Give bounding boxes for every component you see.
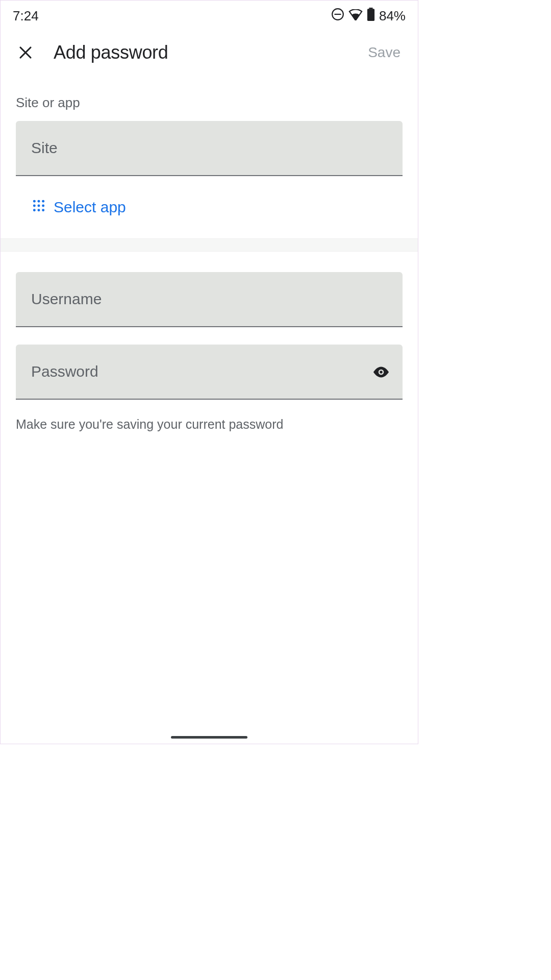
credentials-section: Make sure you're saving your current pas… bbox=[1, 252, 418, 432]
password-input[interactable] bbox=[16, 345, 403, 400]
app-bar: Add password Save bbox=[1, 29, 418, 81]
status-right: 84% bbox=[331, 8, 406, 24]
save-button[interactable]: Save bbox=[368, 44, 404, 61]
status-bar: 7:24 84% bbox=[1, 1, 418, 29]
toggle-password-visibility-button[interactable] bbox=[371, 362, 391, 382]
dnd-icon bbox=[331, 8, 344, 24]
username-input[interactable] bbox=[16, 272, 403, 327]
svg-point-14 bbox=[380, 371, 382, 373]
page-title: Add password bbox=[54, 42, 368, 63]
eye-icon bbox=[372, 363, 390, 381]
select-app-button[interactable]: Select app bbox=[17, 176, 403, 238]
select-app-label: Select app bbox=[54, 199, 126, 216]
username-input-wrap bbox=[16, 272, 403, 327]
close-icon bbox=[18, 45, 33, 60]
apps-grid-icon bbox=[32, 199, 45, 216]
svg-rect-2 bbox=[369, 8, 372, 9]
battery-icon bbox=[367, 8, 375, 24]
password-hint: Make sure you're saving your current pas… bbox=[3, 417, 403, 432]
svg-point-7 bbox=[33, 205, 36, 207]
svg-point-8 bbox=[38, 205, 40, 207]
section-divider bbox=[1, 238, 418, 252]
site-input[interactable] bbox=[16, 121, 403, 176]
svg-rect-3 bbox=[367, 9, 374, 21]
svg-point-5 bbox=[38, 200, 40, 203]
navigation-handle[interactable] bbox=[171, 736, 247, 739]
svg-point-10 bbox=[33, 209, 36, 211]
svg-point-9 bbox=[42, 205, 44, 207]
password-input-wrap bbox=[16, 345, 403, 400]
site-label: Site or app bbox=[16, 95, 403, 111]
status-time: 7:24 bbox=[13, 8, 39, 24]
close-button[interactable] bbox=[17, 44, 34, 61]
battery-percentage: 84% bbox=[379, 8, 406, 24]
wifi-icon bbox=[348, 8, 363, 24]
svg-point-12 bbox=[42, 209, 44, 211]
site-section: Site or app Select app bbox=[1, 95, 418, 238]
svg-point-4 bbox=[33, 200, 36, 203]
svg-point-11 bbox=[38, 209, 40, 211]
svg-point-6 bbox=[42, 200, 44, 203]
